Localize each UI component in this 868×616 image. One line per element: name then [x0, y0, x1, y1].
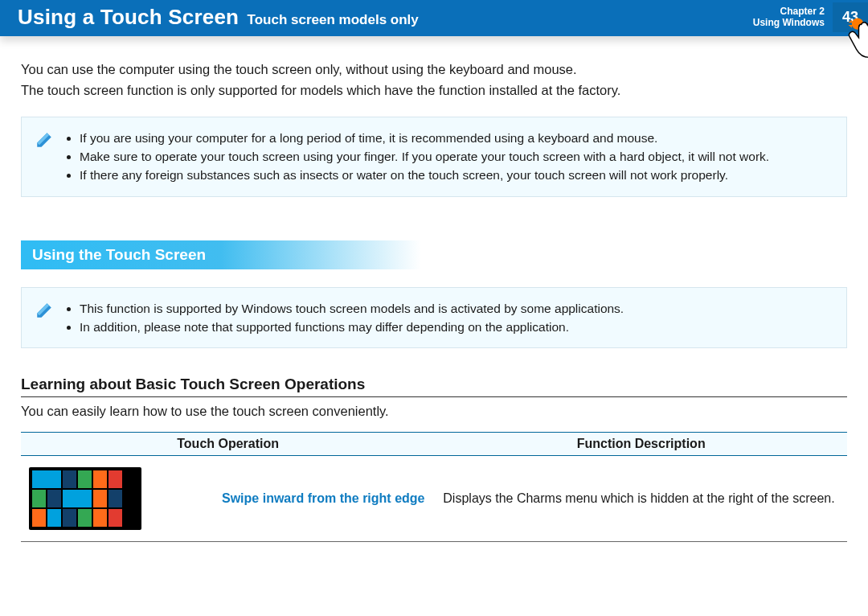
- note-list-1: If you are using your computer for a lon…: [63, 129, 769, 185]
- intro-text: You can use the computer using the touch…: [21, 60, 847, 101]
- intro-p2: The touch screen function is only suppor…: [21, 81, 847, 101]
- note-box-2: This function is supported by Windows to…: [21, 287, 847, 349]
- note-list-2: This function is supported by Windows to…: [63, 299, 624, 337]
- chapter-line: Chapter 2: [753, 6, 825, 17]
- table-row: Swipe inward from the right edge Display…: [21, 456, 847, 542]
- page-subtitle: Touch screen models only: [248, 12, 419, 27]
- gesture-name: Swipe inward from the right edge: [214, 456, 435, 542]
- note-item: Make sure to operate your touch screen u…: [80, 147, 769, 166]
- section-heading: Using the Touch Screen: [21, 240, 421, 269]
- header-bar: Using a Touch Screen Touch screen models…: [0, 0, 868, 36]
- note-box-1: If you are using your computer for a lon…: [21, 117, 847, 197]
- note-item: If there any foreign substances such as …: [80, 166, 769, 184]
- gesture-illustration: [21, 456, 214, 542]
- chapter-text: Chapter 2 Using Windows: [753, 6, 825, 27]
- note-item: If you are using your computer for a lon…: [80, 129, 769, 147]
- intro-p1: You can use the computer using the touch…: [21, 60, 847, 80]
- operations-table: Touch Operation Function Description: [21, 432, 847, 542]
- operations-subtext: You can easily learn how to use the touc…: [21, 404, 847, 419]
- page-title: Using a Touch Screen: [18, 5, 239, 29]
- page-content: You can use the computer using the touch…: [0, 36, 868, 574]
- operations-heading: Learning about Basic Touch Screen Operat…: [21, 376, 847, 397]
- note-icon: [33, 299, 55, 337]
- note-item: This function is supported by Windows to…: [80, 299, 624, 318]
- hand-swipe-icon: [839, 6, 868, 64]
- col-touch-operation: Touch Operation: [21, 433, 435, 456]
- page-title-block: Using a Touch Screen Touch screen models…: [18, 5, 419, 30]
- tablet-mock-icon: [29, 467, 141, 530]
- section-line: Using Windows: [753, 18, 825, 28]
- note-item: In addition, please note that supported …: [80, 318, 624, 336]
- gesture-description: Displays the Charms menu which is hidden…: [435, 456, 847, 542]
- note-icon: [33, 129, 55, 185]
- col-function-description: Function Description: [435, 433, 847, 456]
